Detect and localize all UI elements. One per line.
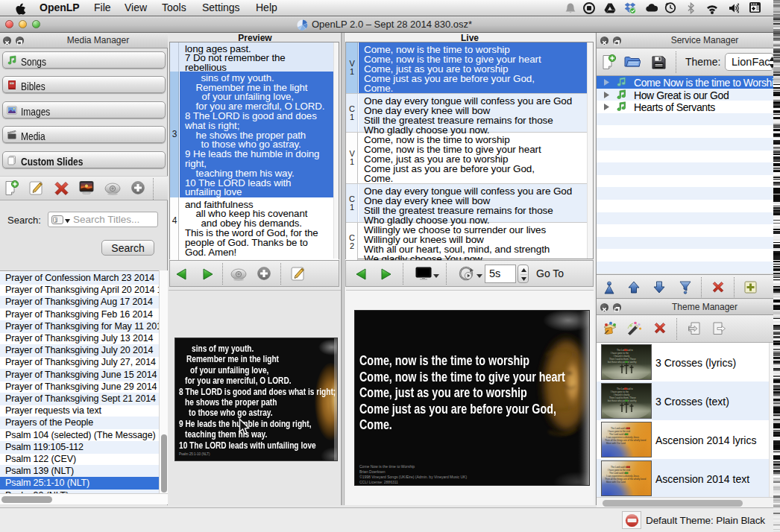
svg-text:More with Our Lord: More with Our Lord xyxy=(606,481,626,484)
svg-text:More with Our Lord: More with Our Lord xyxy=(606,442,626,445)
svg-text:1: 1 xyxy=(54,218,57,223)
svg-text:but those who are not worthy: but those who are not worthy xyxy=(608,399,637,402)
svg-text:but those who are not worthy: but those who are not worthy xyxy=(608,361,637,364)
svg-text:NIV: NIV xyxy=(10,82,13,85)
